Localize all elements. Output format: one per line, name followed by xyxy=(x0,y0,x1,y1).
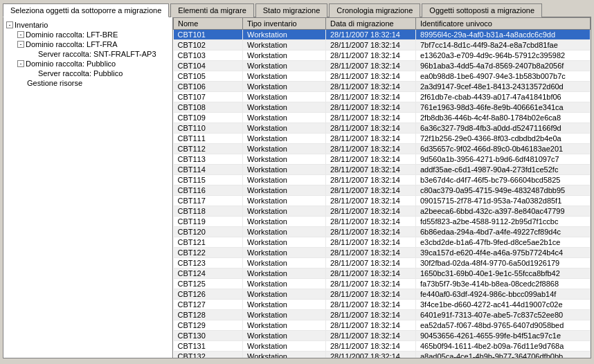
cell-nome: CBT107 xyxy=(174,92,243,102)
table-row[interactable]: CBT108Workstation28/11/2007 18:32:14761e… xyxy=(174,102,591,113)
cell-id: 2a3d9147-9cef-48e1-8413-24313572d60d xyxy=(416,82,591,92)
tab-elementi[interactable]: Elementi da migrare xyxy=(170,3,253,17)
tree-root-label: Inventario xyxy=(15,21,48,29)
cell-data: 28/11/2007 18:32:14 xyxy=(326,165,416,175)
table-row[interactable]: CBT111Workstation28/11/2007 18:32:1472f1… xyxy=(174,134,591,144)
tab-oggetti[interactable]: Oggetti sottoposti a migrazione xyxy=(422,3,542,17)
right-panel: NomeTipo inventarioData di migrazioneIde… xyxy=(173,17,591,358)
cell-id: 30f2fbad-02da-48f4-9770-6a50d1926179 xyxy=(416,258,591,269)
cell-tipo: Workstation xyxy=(243,206,326,217)
cell-nome: CBT110 xyxy=(174,123,243,134)
cell-nome: CBT119 xyxy=(174,217,243,227)
cell-tipo: Workstation xyxy=(243,40,326,51)
tree-expander-0[interactable]: - xyxy=(17,31,24,38)
cell-data: 28/11/2007 18:32:14 xyxy=(326,279,416,289)
col-header-tipo[interactable]: Tipo inventario xyxy=(243,18,326,30)
cell-id: fe440af0-63df-4924-986c-bbcc099ab14f xyxy=(416,289,591,300)
tree-item-4[interactable]: Server raccolta: Pubblico xyxy=(3,69,172,78)
tree-expander-3[interactable]: - xyxy=(17,60,24,67)
tree-item-label-0: Dominio raccolta: LFT-BRE xyxy=(26,30,118,39)
table-row[interactable]: CBT126Workstation28/11/2007 18:32:14fe44… xyxy=(174,289,591,300)
cell-data: 28/11/2007 18:32:14 xyxy=(326,92,416,102)
cell-tipo: Workstation xyxy=(243,248,326,258)
cell-data: 28/11/2007 18:32:14 xyxy=(326,82,416,92)
cell-data: 28/11/2007 18:32:14 xyxy=(326,269,416,279)
col-header-nome[interactable]: Nome xyxy=(174,18,243,30)
table-row[interactable]: CBT129Workstation28/11/2007 18:32:14ea52… xyxy=(174,320,591,331)
cell-id: 90453656-4261-4655-99fe-b4f51ac97c1e xyxy=(416,331,591,341)
cell-tipo: Workstation xyxy=(243,113,326,123)
cell-tipo: Workstation xyxy=(243,300,326,310)
table-row[interactable]: CBT120Workstation28/11/2007 18:32:146b86… xyxy=(174,227,591,237)
table-row[interactable]: CBT128Workstation28/11/2007 18:32:146401… xyxy=(174,310,591,320)
tab-seleziona[interactable]: Seleziona oggetti da sottoporre a migraz… xyxy=(3,3,169,17)
tab-stato[interactable]: Stato migrazione xyxy=(255,3,328,17)
table-row[interactable]: CBT113Workstation28/11/2007 18:32:149d56… xyxy=(174,154,591,165)
table-row[interactable]: CBT122Workstation28/11/2007 18:32:1439ca… xyxy=(174,248,591,258)
cell-data: 28/11/2007 18:32:14 xyxy=(326,123,416,134)
cell-data: 28/11/2007 18:32:14 xyxy=(326,258,416,269)
tree-item-0[interactable]: -Dominio raccolta: LFT-BRE xyxy=(3,30,172,39)
table-row[interactable]: CBT132Workstation28/11/2007 18:32:14a8ad… xyxy=(174,352,591,358)
tree-expander-1[interactable]: - xyxy=(17,41,24,48)
table-row[interactable]: CBT116Workstation28/11/2007 18:32:14c80a… xyxy=(174,185,591,196)
table-row[interactable]: CBT115Workstation28/11/2007 18:32:14b3e6… xyxy=(174,175,591,185)
cell-tipo: Workstation xyxy=(243,82,326,92)
tree-root[interactable]: - Inventario xyxy=(3,20,172,30)
cell-id: ea52da57-f067-48bd-9765-6407d9058bed xyxy=(416,320,591,331)
table-row[interactable]: CBT114Workstation28/11/2007 18:32:14addf… xyxy=(174,165,591,175)
cell-id: 761e1963-98d3-46fe-8e9b-406661e341ca xyxy=(416,102,591,113)
table-row[interactable]: CBT117Workstation28/11/2007 18:32:140901… xyxy=(174,196,591,206)
cell-tipo: Workstation xyxy=(243,196,326,206)
cell-nome: CBT102 xyxy=(174,40,243,51)
table-row[interactable]: CBT102Workstation28/11/2007 18:32:147bf7… xyxy=(174,40,591,51)
table-row[interactable]: CBT103Workstation28/11/2007 18:32:14e136… xyxy=(174,51,591,61)
tree-item-1[interactable]: -Dominio raccolta: LFT-FRA xyxy=(3,39,172,49)
cell-id: 2fb8db36-446b-4c4f-8a80-1784b02e6ca8 xyxy=(416,113,591,123)
cell-data: 28/11/2007 18:32:14 xyxy=(326,185,416,196)
col-header-id[interactable]: Identificatore univoco xyxy=(416,18,591,30)
tree-item-5[interactable]: Gestione risorse xyxy=(3,78,172,88)
cell-tipo: Workstation xyxy=(243,144,326,154)
table-row[interactable]: CBT107Workstation28/11/2007 18:32:142f61… xyxy=(174,92,591,102)
cell-data: 28/11/2007 18:32:14 xyxy=(326,175,416,185)
table-row[interactable]: CBT125Workstation28/11/2007 18:32:14fa73… xyxy=(174,279,591,289)
table-row[interactable]: CBT105Workstation28/11/2007 18:32:14ea0b… xyxy=(174,71,591,82)
tree-expand-root[interactable]: - xyxy=(6,21,13,28)
table-row[interactable]: CBT118Workstation28/11/2007 18:32:14a2be… xyxy=(174,206,591,217)
table-row[interactable]: CBT123Workstation28/11/2007 18:32:1430f2… xyxy=(174,258,591,269)
cell-id: addf35ae-c6d1-4987-90a4-273fd1ce52fc xyxy=(416,165,591,175)
table-row[interactable]: CBT131Workstation28/11/2007 18:32:14465b… xyxy=(174,341,591,352)
table-container: NomeTipo inventarioData di migrazioneIde… xyxy=(173,17,591,358)
tree-item-2[interactable]: Server raccolta: SNT-FRALFT-AP3 xyxy=(3,49,172,59)
cell-tipo: Workstation xyxy=(243,269,326,279)
table-row[interactable]: CBT127Workstation28/11/2007 18:32:143f4c… xyxy=(174,300,591,310)
tab-cronologia[interactable]: Cronologia migrazione xyxy=(329,3,420,17)
table-row[interactable]: CBT112Workstation28/11/2007 18:32:146d35… xyxy=(174,144,591,154)
table-row[interactable]: CBT104Workstation28/11/2007 18:32:1496b1… xyxy=(174,61,591,71)
table-row[interactable]: CBT121Workstation28/11/2007 18:32:14e3cb… xyxy=(174,237,591,248)
table-row[interactable]: CBT110Workstation28/11/2007 18:32:146a36… xyxy=(174,123,591,134)
cell-data: 28/11/2007 18:32:14 xyxy=(326,144,416,154)
table-row[interactable]: CBT130Workstation28/11/2007 18:32:149045… xyxy=(174,331,591,341)
cell-data: 28/11/2007 18:32:14 xyxy=(326,237,416,248)
tree-item-label-1: Dominio raccolta: LFT-FRA xyxy=(26,40,118,48)
cell-data: 28/11/2007 18:32:14 xyxy=(326,248,416,258)
cell-nome: CBT103 xyxy=(174,51,243,61)
cell-tipo: Workstation xyxy=(243,185,326,196)
table-row[interactable]: CBT119Workstation28/11/2007 18:32:14fd55… xyxy=(174,217,591,227)
table-row[interactable]: CBT106Workstation28/11/2007 18:32:142a3d… xyxy=(174,82,591,92)
cell-id: a8ad05ca-4ce1-4b9b-9b77-364706dfb0bb xyxy=(416,352,591,358)
cell-data: 28/11/2007 18:32:14 xyxy=(326,331,416,341)
tree-item-3[interactable]: -Dominio raccolta: Pubblico xyxy=(3,59,172,69)
cell-nome: CBT132 xyxy=(174,352,243,358)
table-row[interactable]: CBT124Workstation28/11/2007 18:32:141650… xyxy=(174,269,591,279)
cell-tipo: Workstation xyxy=(243,175,326,185)
table-row[interactable]: CBT109Workstation28/11/2007 18:32:142fb8… xyxy=(174,113,591,123)
cell-data: 28/11/2007 18:32:14 xyxy=(326,113,416,123)
cell-tipo: Workstation xyxy=(243,352,326,358)
cell-id: 09015715-2f78-471d-953a-74a0382d85f1 xyxy=(416,196,591,206)
cell-tipo: Workstation xyxy=(243,331,326,341)
table-row[interactable]: CBT101Workstation28/11/2007 18:32:148995… xyxy=(174,30,591,40)
col-header-data[interactable]: Data di migrazione xyxy=(326,18,416,30)
